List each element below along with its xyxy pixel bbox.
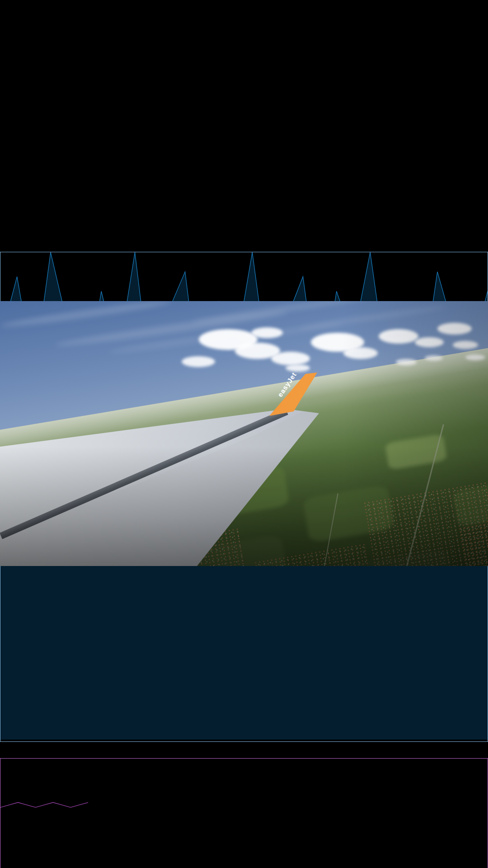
window-title: 任务管理器 xyxy=(0,122,488,132)
title-bar[interactable]: 任务管理器 – ❐ ✕ xyxy=(0,122,488,157)
academic-license-watermark: Academic License xyxy=(0,114,488,122)
menu-item-options[interactable]: Options xyxy=(0,33,488,41)
menu-item-world[interactable]: World xyxy=(0,24,488,33)
maximize-button[interactable]: ❐ xyxy=(0,140,488,148)
cumulus-cloud xyxy=(415,337,444,347)
tab-应用历史记录[interactable]: 应用历史记录 xyxy=(0,204,488,214)
menu-item-views[interactable]: Views xyxy=(0,41,488,49)
tm-menu-item[interactable]: 文件(F) xyxy=(0,157,488,166)
menu-item-network[interactable]: Network xyxy=(0,57,488,65)
field-patch xyxy=(385,434,447,470)
menu-item-help[interactable]: Help xyxy=(0,81,488,90)
cumulus-cloud xyxy=(379,329,418,344)
tab-详细信息[interactable]: 详细信息 xyxy=(0,233,488,242)
cumulus-cloud xyxy=(182,356,215,367)
screenshot-stage: easyJet enarioVehicleNavigationWorldOpti… xyxy=(0,0,488,868)
tm-menu-item[interactable]: 查看(V) xyxy=(0,176,488,185)
cumulus-cloud xyxy=(251,327,283,338)
cumulus-cloud xyxy=(437,323,472,335)
menu-item-enario[interactable]: enario xyxy=(0,0,488,8)
cumulus-cloud xyxy=(286,364,310,372)
cumulus-cloud xyxy=(343,347,378,359)
tab-strip: 进程性能应用历史记录启动用户详细信息服务 xyxy=(0,185,488,252)
cumulus-cloud xyxy=(465,354,485,360)
cumulus-cloud xyxy=(453,341,478,349)
sim-menu-bar: enarioVehicleNavigationWorldOptionsViews… xyxy=(0,0,488,98)
hud-position-line: : N51° 9.29' LON: W0° 8.42' ALT: 2045 FT… xyxy=(0,98,488,106)
tab-服务[interactable]: 服务 xyxy=(0,242,488,252)
flight-sim-viewport: easyJet xyxy=(0,301,488,566)
cumulus-cloud xyxy=(396,359,417,365)
menu-item-add-ons[interactable]: Add-ons xyxy=(0,90,488,98)
cirrus-streak xyxy=(0,301,172,329)
menu-item-tools[interactable]: Tools xyxy=(0,65,488,73)
menu-item-virtual-reality[interactable]: Virtual Reality xyxy=(0,73,488,81)
hud-fps-line: MES/SEC = 19.0 (UNLIMITED) +1.0 Gs FUEL … xyxy=(0,106,488,114)
menu-item-navigation[interactable]: Navigation xyxy=(0,16,488,24)
cumulus-cloud xyxy=(271,352,310,365)
menu-item-vehicle[interactable]: Vehicle xyxy=(0,8,488,16)
tab-启动[interactable]: 启动 xyxy=(0,214,488,223)
tab-性能[interactable]: 性能 xyxy=(0,195,488,204)
sidebar-item-title: CPU xyxy=(0,742,488,750)
menu-item-analysis[interactable]: Analysis xyxy=(0,49,488,57)
tab-用户[interactable]: 用户 xyxy=(0,223,488,233)
minimize-button[interactable]: – xyxy=(0,132,488,140)
mini-graph xyxy=(0,758,488,868)
close-button[interactable]: ✕ xyxy=(0,148,488,157)
menu-row: 文件(F)选项(O)查看(V) xyxy=(0,157,488,185)
cumulus-cloud xyxy=(425,355,443,361)
sidebar-item-memory[interactable]: 内存14.8/16.0 GB (93%) xyxy=(0,758,488,868)
sidebar-item-sub: 100% 5.00 GHz xyxy=(0,750,488,758)
tab-进程[interactable]: 进程 xyxy=(0,185,488,195)
tm-menu-item[interactable]: 选项(O) xyxy=(0,166,488,176)
